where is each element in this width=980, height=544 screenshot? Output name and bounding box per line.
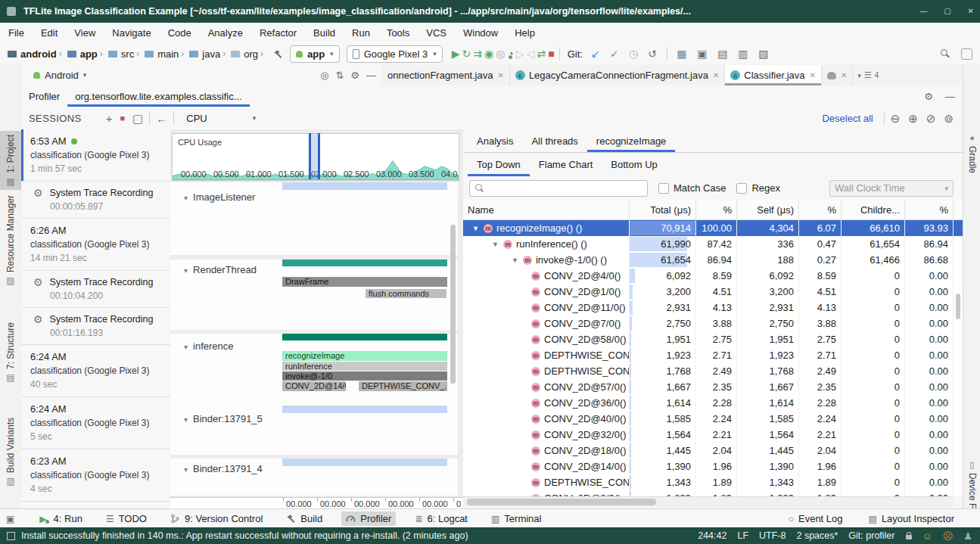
table-row[interactable]: ▼mrecognizeImage() ()70,914100.004,3046.…: [463, 220, 963, 236]
analysis-tab-recognizeimage[interactable]: recognizeImage: [587, 129, 676, 152]
table-row[interactable]: mCONV_2D@3/0()1,3391.891,3391.8900.00: [463, 490, 963, 496]
reset-zoom-icon[interactable]: ⊘: [926, 113, 936, 124]
menu-refactor[interactable]: Refactor: [251, 27, 305, 39]
stop-session-icon[interactable]: ■: [120, 114, 125, 123]
table-row[interactable]: mCONV_2D@40/0()1,5852.241,5852.2400.00: [463, 411, 963, 427]
thread-label-renderthread[interactable]: ▾RenderThread: [184, 264, 257, 275]
analysis-subtab-bottom-up[interactable]: Bottom Up: [602, 154, 666, 176]
column-header-1[interactable]: Total (μs): [630, 200, 696, 219]
revert-icon[interactable]: ↺: [644, 48, 661, 59]
attach-debugger-icon[interactable]: ◎: [496, 48, 505, 60]
table-row[interactable]: mCONV_2D@7/0()2,7503.882,7503.8800.00: [463, 316, 963, 331]
stripe-item-1-project[interactable]: 1: Project▦: [0, 131, 21, 190]
commit-icon[interactable]: ✓: [606, 48, 623, 59]
editor-tab-legacycameraconnectionfragment-java[interactable]: cLegacyCameraConnectionFragment.java✕: [510, 65, 725, 85]
status-git-branch[interactable]: Git: profiler: [848, 530, 894, 541]
menu-file[interactable]: File: [0, 27, 33, 39]
status-line-ending[interactable]: LF: [737, 530, 748, 541]
toolwindow-button-terminal[interactable]: ▥Terminal: [487, 511, 546, 526]
toolwindow-button-todo[interactable]: ☰TODO: [101, 511, 151, 526]
expand-arrow-icon[interactable]: ▼: [492, 241, 499, 248]
close-icon[interactable]: ✕: [497, 71, 503, 79]
menu-build[interactable]: Build: [305, 27, 344, 39]
minimize-button[interactable]: —: [919, 8, 927, 15]
toolwindow-button-4-run[interactable]: ▶4: Run: [35, 511, 87, 526]
hide-icon[interactable]: —: [945, 92, 955, 101]
search-icon[interactable]: [940, 48, 950, 59]
close-icon[interactable]: ✕: [809, 71, 815, 79]
menu-window[interactable]: Window: [455, 27, 506, 39]
deselect-all-link[interactable]: Deselect all: [822, 113, 873, 124]
menu-code[interactable]: Code: [160, 27, 200, 39]
menu-help[interactable]: Help: [506, 27, 543, 39]
column-header-3[interactable]: Self (μs): [737, 200, 799, 219]
search-input[interactable]: [469, 180, 648, 197]
rerun-icon[interactable]: ↻: [462, 48, 471, 60]
session-item[interactable]: 6:24 AMclassification (Google Pixel 3)5 …: [21, 397, 170, 449]
status-caret-position[interactable]: 244:42: [698, 530, 726, 541]
table-row[interactable]: mCONV_2D@32/0()1,5642.211,5642.2100.00: [463, 427, 963, 443]
device-dropdown[interactable]: Google Pixel 3▾: [347, 45, 443, 63]
thread-label-inference[interactable]: ▾inference: [184, 340, 234, 352]
project-structure-icon[interactable]: ▦: [674, 48, 690, 59]
status-indent-setting[interactable]: 2 spaces*: [796, 530, 838, 541]
stripe-item-7-structure[interactable]: 7: Structure▤: [0, 319, 21, 386]
inspections-icon[interactable]: ♟: [963, 531, 972, 541]
editor-tab-onnectionfragment-java[interactable]: onnectionFragment.java✕: [382, 65, 510, 85]
timeline-selection-range[interactable]: [309, 133, 320, 179]
trace-event-bar[interactable]: runInference: [282, 362, 447, 371]
expand-arrow-icon[interactable]: ▼: [472, 225, 479, 232]
table-row[interactable]: ▼mrunInference() ()61,99087.423360.4761,…: [463, 236, 963, 252]
column-header-4[interactable]: %: [799, 200, 842, 219]
chevron-down-icon[interactable]: ▾: [857, 72, 861, 79]
trace-event-bar[interactable]: recognizeImage: [282, 351, 447, 361]
sad-face-icon[interactable]: ☹: [943, 531, 954, 541]
session-item[interactable]: 6:53 AMclassification (Google Pixel 3)1 …: [21, 129, 170, 181]
profile-disabled-icon[interactable]: ▷: [516, 48, 524, 60]
breadcrumb-item-main[interactable]: main›: [142, 48, 186, 60]
toolwindow-button-layout-inspector[interactable]: ▤Layout Inspector: [864, 511, 959, 526]
table-row[interactable]: mDEPTHWISE_CONV_2D@1,9232.711,9232.7100.…: [463, 347, 963, 363]
menu-view[interactable]: View: [66, 27, 104, 39]
run-config-dropdown[interactable]: app▾: [290, 45, 340, 63]
happy-face-icon[interactable]: ☺: [922, 531, 932, 541]
trace-event-bar[interactable]: DEPTHWISE_CONV_...: [359, 381, 447, 391]
zoom-to-selection-icon[interactable]: ⊚: [944, 113, 954, 124]
close-icon[interactable]: ✕: [713, 71, 719, 79]
breadcrumb-item-android[interactable]: android›: [5, 48, 64, 60]
editor-tab-classifier-java[interactable]: cClassifier.java✕: [725, 65, 822, 85]
session-item[interactable]: 6:26 AMclassification (Google Pixel 3)14…: [21, 219, 170, 270]
table-vertical-scrollbar[interactable]: [956, 294, 960, 319]
table-row[interactable]: mCONV_2D@18/0()1,4452.041,4452.0400.00: [463, 443, 963, 459]
collapse-all-icon[interactable]: ⇅: [335, 70, 344, 80]
menu-tools[interactable]: Tools: [378, 27, 418, 39]
attach-profiler-icon[interactable]: ◁: [527, 48, 535, 60]
project-view-selector[interactable]: Android: [45, 70, 79, 81]
apply-changes-icon[interactable]: ⇉: [473, 48, 482, 60]
table-row[interactable]: mCONV_2D@11/0()2,9314.132,9314.1300.00: [463, 300, 963, 316]
session-item[interactable]: 6:23 AMclassification (Google Pixel 3)4 …: [21, 449, 170, 501]
thread-label-binder-13791_4[interactable]: ▾Binder:13791_4: [184, 463, 263, 474]
build-icon[interactable]: [273, 49, 283, 59]
toolwindow-icon[interactable]: ▣: [694, 48, 711, 59]
zoom-out-icon[interactable]: ⊖: [891, 113, 901, 124]
maximize-button[interactable]: ▢: [944, 8, 950, 15]
settings-icon[interactable]: ⚙: [924, 92, 933, 101]
column-header-0[interactable]: Name: [463, 200, 630, 219]
settings-icon[interactable]: ⚙: [350, 70, 359, 80]
breadcrumb-item-java[interactable]: java›: [186, 48, 228, 60]
table-row[interactable]: mCONV_2D@58/0()1,9512.751,9512.7500.00: [463, 331, 963, 347]
breadcrumb-item-app[interactable]: app›: [64, 48, 105, 60]
table-horizontal-scrollbar[interactable]: [463, 496, 954, 507]
toolwindow-button-profiler[interactable]: Profiler: [341, 511, 396, 526]
menu-vcs[interactable]: VCS: [418, 27, 455, 39]
toolwindow-button-build[interactable]: Build: [282, 511, 327, 526]
timeline-scrollbar[interactable]: [450, 225, 456, 384]
device-sync-icon[interactable]: ▥: [735, 48, 751, 59]
trace-event-bar[interactable]: DrawFrame: [282, 277, 447, 287]
match-case-checkbox[interactable]: [658, 183, 669, 194]
stripe-item-build-variants[interactable]: Build Variants▥: [0, 414, 21, 490]
device-manager-icon[interactable]: ▤: [714, 48, 731, 59]
recording-item[interactable]: ⚙System Trace Recording00:00:05.897: [21, 181, 170, 218]
table-row[interactable]: ▼minvoke@-1/0() ()61,65486.941880.2761,4…: [463, 252, 963, 268]
